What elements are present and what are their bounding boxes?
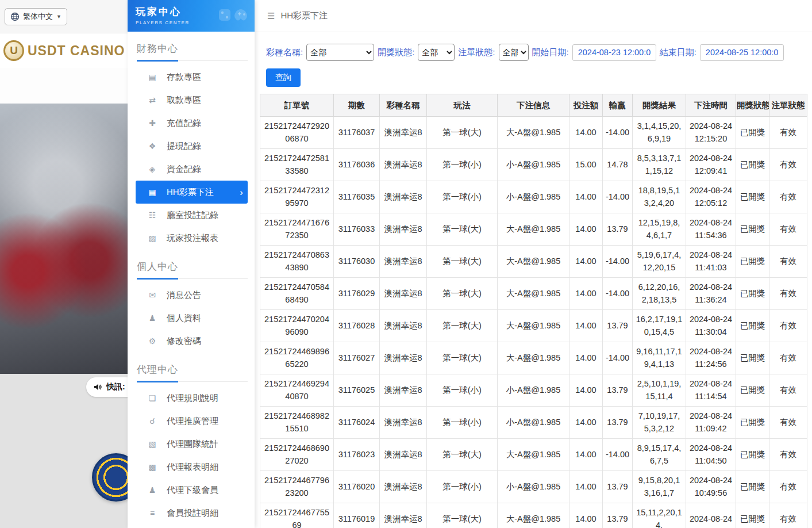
language-selector[interactable]: 繁体中文 ▼ — [5, 8, 67, 25]
cell-period: 31176023 — [334, 439, 380, 471]
sidebar-item-deposit-zone[interactable]: ▤存款專區 — [136, 66, 248, 89]
cell-order: 2152172447231295970 — [260, 181, 334, 213]
cell-draw_status: 已開獎 — [736, 439, 769, 471]
sidebar-item-room-bet-records[interactable]: ☷廳室投註記錄 — [136, 204, 248, 227]
sidebar-item-label: 代理報表明細 — [167, 462, 218, 473]
column-header: 期數 — [334, 94, 380, 117]
cell-order: 2152172447292006870 — [260, 117, 334, 149]
caret-down-icon: ▼ — [56, 14, 61, 20]
cell-play: 第一球(小) — [427, 181, 498, 213]
sidebar-item-member-bet-detail[interactable]: ≡會員投註明細 — [136, 502, 248, 525]
sidebar-item-agent-promotion[interactable]: ☌代理推廣管理 — [136, 410, 248, 433]
sidebar-item-agent-rules[interactable]: ❏代理規則說明 — [136, 387, 248, 410]
cell-lottery: 澳洲幸运8 — [380, 117, 427, 149]
cell-order: 2152172446869027020 — [260, 439, 334, 471]
sidebar-item-label: 代理團隊統計 — [167, 439, 218, 450]
query-button[interactable]: 查詢 — [266, 68, 301, 87]
bet-row: 215217244689821551031176024澳洲幸运8第一球(小)小-… — [260, 407, 807, 439]
sidebar-item-funds-records[interactable]: ◈資金記錄 — [136, 158, 248, 181]
sidebar-section-title: 財務中心 — [137, 32, 248, 61]
end-date-input[interactable] — [700, 44, 784, 61]
sidebar-item-agent-report-detail[interactable]: ▩代理報表明細 — [136, 456, 248, 479]
cell-draw_status: 已開獎 — [736, 342, 769, 374]
cell-play: 第一球(大) — [427, 503, 498, 528]
background-site: 繁体中文 ▼ U USDT CASINO 快訊: — [0, 0, 128, 528]
menu-toggle-icon[interactable]: ☰ — [267, 11, 275, 21]
cell-draw_status: 已開獎 — [736, 471, 769, 503]
cell-amount: 14.00 — [569, 342, 603, 374]
announcements-icon: ✉ — [147, 290, 157, 300]
bet-table: 訂單號期數彩種名稱玩法下注信息投注額輸贏開獎結果下注時間開獎狀態注單狀態 215… — [260, 94, 807, 528]
language-label: 繁体中文 — [23, 12, 53, 22]
cell-result: 6,12,20,16,2,18,13,5 — [633, 278, 686, 310]
cell-order_status: 有效 — [769, 342, 807, 374]
cell-draw_status: 已開獎 — [736, 213, 769, 246]
room-bet-records-icon: ☷ — [147, 211, 157, 220]
draw-status-select[interactable]: 全部 — [418, 44, 455, 61]
cell-time: 2024-08-24 11:04:50 — [686, 439, 736, 471]
cell-bet_info: 大-A盤@1.985 — [498, 439, 569, 471]
sidebar-item-label: 廳室投註記錄 — [167, 210, 218, 221]
cell-order_status: 有效 — [769, 407, 807, 439]
sidebar-item-agent-sub-members[interactable]: ♟代理下級會員 — [136, 479, 248, 502]
start-date-label: 開始日期: — [532, 47, 569, 58]
sidebar-menu: 財務中心▤存款專區⇄取款專區✚充值記錄❖提現記錄◈資金記錄▦HH彩票下注›☷廳室… — [128, 32, 255, 528]
sidebar: 玩家中心 PLAYERS CENTER 財務中心▤存款專區⇄取款專區✚充值記錄❖… — [128, 0, 255, 528]
cell-draw_status: 已開獎 — [736, 310, 769, 342]
cell-bet_info: 大-A盤@1.985 — [498, 503, 569, 528]
cell-win_loss: -14.00 — [603, 342, 633, 374]
filter-bar: 彩種名稱: 全部 開獎狀態: 全部 注單狀態: 全部 開始日期: 結束日期: — [255, 32, 812, 61]
cell-order_status: 有效 — [769, 310, 807, 342]
cell-bet_info: 小-A盤@1.985 — [498, 471, 569, 503]
cell-order: 2152172446775569 — [260, 503, 334, 528]
cell-amount: 14.00 — [569, 181, 603, 213]
sidebar-item-withdraw-zone[interactable]: ⇄取款專區 — [136, 89, 248, 112]
cell-bet_info: 大-A盤@1.985 — [498, 117, 569, 149]
cell-lottery: 澳洲幸运8 — [380, 246, 427, 278]
column-header: 輸贏 — [603, 94, 633, 117]
cell-period: 31176030 — [334, 246, 380, 278]
cell-draw_status: 已開獎 — [736, 503, 769, 528]
cell-order: 2152172446779623200 — [260, 471, 334, 503]
cell-order_status: 有效 — [769, 213, 807, 246]
bet-row: 215217244677962320031176020澳洲幸运8第一球(小)小-… — [260, 471, 807, 503]
cell-time: 2024-08-24 11:30:04 — [686, 310, 736, 342]
column-header: 投注額 — [569, 94, 603, 117]
cell-order_status: 有效 — [769, 278, 807, 310]
column-header: 開獎狀態 — [736, 94, 769, 117]
column-header: 訂單號 — [260, 94, 334, 117]
sidebar-item-hh-lottery-bets[interactable]: ▦HH彩票下注› — [136, 181, 248, 204]
sidebar-item-announcements[interactable]: ✉消息公告 — [136, 284, 248, 307]
cell-win_loss: 13.79 — [603, 213, 633, 246]
agent-sub-members-icon: ♟ — [147, 485, 157, 495]
order-status-select[interactable]: 全部 — [499, 44, 529, 61]
page-title: HH彩票下注 — [280, 10, 328, 21]
sidebar-item-member-trade-detail[interactable]: ▥會員交易明細 — [136, 525, 248, 528]
cell-time: 2024-08-24 11:24:56 — [686, 342, 736, 374]
sidebar-header: 玩家中心 PLAYERS CENTER — [128, 0, 255, 32]
sidebar-item-profile[interactable]: ♟個人資料 — [136, 307, 248, 330]
sidebar-item-cashout-records[interactable]: ❖提現記錄 — [136, 135, 248, 158]
cell-lottery: 澳洲幸运8 — [380, 439, 427, 471]
sidebar-item-agent-team-stats[interactable]: ▧代理團隊統計 — [136, 433, 248, 456]
table-header-row: 訂單號期數彩種名稱玩法下注信息投注額輸贏開獎結果下注時間開獎狀態注單狀態 — [260, 94, 807, 117]
bet-row: 215217244725813358031176036澳洲幸运8第一球(小)小-… — [260, 149, 807, 181]
cell-lottery: 澳洲幸运8 — [380, 181, 427, 213]
cell-order_status: 有效 — [769, 149, 807, 181]
column-header: 玩法 — [427, 94, 498, 117]
cell-play: 第一球(大) — [427, 310, 498, 342]
cell-time: 2024-08-24 12:05:12 — [686, 181, 736, 213]
sidebar-item-player-bet-report[interactable]: ▨玩家投注報表 — [136, 227, 248, 250]
hh-lottery-bets-icon: ▦ — [147, 188, 157, 197]
lottery-name-select[interactable]: 全部 — [306, 44, 374, 61]
start-date-input[interactable] — [572, 44, 656, 61]
sidebar-item-label: 充值記錄 — [167, 118, 201, 129]
cell-order_status: 有效 — [769, 181, 807, 213]
sidebar-item-recharge-records[interactable]: ✚充值記錄 — [136, 112, 248, 135]
sidebar-item-label: 資金記錄 — [167, 164, 201, 175]
sidebar-item-change-password[interactable]: ⚙修改密碼 — [136, 330, 248, 353]
site-logo[interactable]: U USDT CASINO — [0, 33, 128, 68]
cell-play: 第一球(大) — [427, 117, 498, 149]
cell-time: 2024-08-24 11:09:42 — [686, 407, 736, 439]
cell-order: 2152172446929440870 — [260, 374, 334, 407]
